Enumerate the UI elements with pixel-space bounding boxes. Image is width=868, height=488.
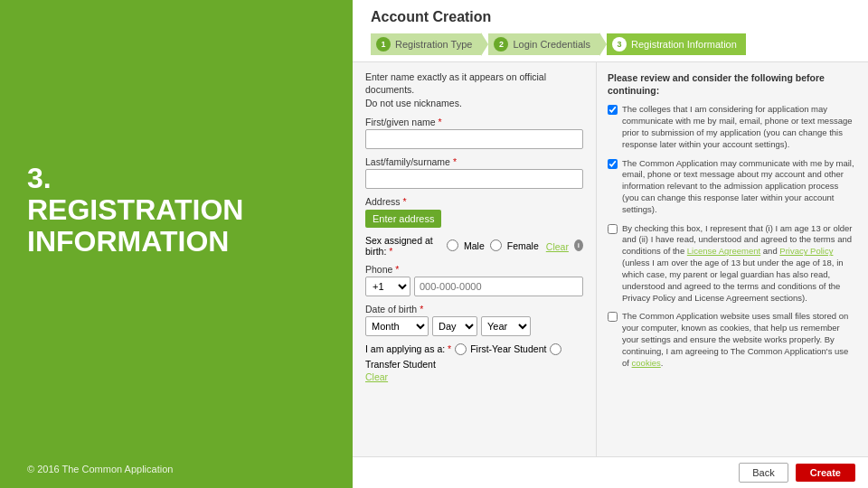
step-2-label: Login Credentials [513, 39, 590, 50]
address-group: Address * Enter address [365, 196, 583, 228]
info-checkbox-1-wrap [608, 105, 618, 150]
applying-row: I am applying as a: * First-Year Student… [365, 343, 583, 370]
phone-group: Phone * +1 [365, 264, 583, 296]
step-3-label: Registration Information [631, 39, 737, 50]
step-number: 3. [27, 162, 52, 194]
last-name-label-text: Last/family/surname [365, 156, 450, 167]
dob-required: * [420, 304, 423, 314]
intro-line2: Do not use nicknames. [365, 98, 583, 110]
phone-input[interactable] [414, 277, 583, 296]
applying-firstyear-label: First-Year Student [470, 343, 546, 354]
privacy-policy-link[interactable]: Privacy Policy [779, 246, 833, 256]
info-checkbox-3[interactable] [608, 224, 618, 234]
info-checkbox-1[interactable] [608, 105, 618, 115]
applying-clear-link[interactable]: Clear [365, 371, 583, 382]
step-title: REGISTRATIONINFORMATION [27, 193, 243, 258]
main-content: Enter name exactly as it appears on offi… [353, 62, 868, 456]
step-2[interactable]: 2 Login Credentials [488, 33, 599, 55]
step-content: 3. REGISTRATIONINFORMATION [27, 18, 326, 464]
info-section: Please review and consider the following… [597, 62, 868, 456]
sex-label: Sex assigned at birth: * [365, 235, 441, 257]
day-select[interactable]: Day [432, 316, 477, 336]
back-button[interactable]: Back [739, 463, 788, 483]
last-name-input[interactable] [365, 169, 583, 189]
info-checkbox-2[interactable] [608, 159, 618, 169]
sex-female-label: Female [507, 240, 539, 251]
phone-label: Phone * [365, 264, 583, 275]
sex-male-radio[interactable] [447, 239, 458, 251]
dob-group: Date of birth * Month Day Year [365, 304, 583, 336]
info-item-4: The Common Application website uses smal… [608, 311, 857, 369]
month-select[interactable]: Month [365, 316, 429, 336]
info-item-1: The colleges that I am considering for a… [608, 104, 857, 150]
applying-label: I am applying as a: * [365, 343, 451, 354]
applying-required: * [448, 343, 451, 354]
right-panel: Account Creation 1 Registration Type 2 L… [353, 0, 868, 488]
info-text-3: By checking this box, I represent that (… [622, 223, 857, 305]
sex-required: * [389, 246, 392, 257]
last-name-required: * [453, 156, 457, 167]
last-name-label: Last/family/surname * [365, 156, 583, 167]
left-footer: © 2016 The Common Application [27, 464, 326, 474]
step-1-label: Registration Type [395, 39, 472, 50]
last-name-group: Last/family/surname * [365, 156, 583, 189]
first-name-group: First/given name * [365, 117, 583, 149]
info-text-1: The colleges that I am considering for a… [622, 104, 857, 150]
info-checkbox-3-wrap [608, 224, 618, 305]
applying-label-text: I am applying as a: [365, 343, 445, 354]
info-text-2: The Common Application may communicate w… [622, 158, 857, 216]
left-panel: 3. REGISTRATIONINFORMATION © 2016 The Co… [0, 0, 353, 488]
form-section: Enter name exactly as it appears on offi… [353, 62, 597, 456]
info-checkbox-4-wrap [608, 312, 618, 369]
first-name-input[interactable] [365, 129, 583, 149]
info-header: Please review and consider the following… [608, 71, 857, 97]
sex-clear-link[interactable]: Clear [546, 241, 569, 252]
sex-label-text: Sex assigned at birth: [365, 235, 433, 257]
cookies-link[interactable]: cookies [632, 358, 661, 368]
info-text-4: The Common Application website uses smal… [622, 311, 857, 369]
sex-female-radio[interactable] [490, 239, 502, 251]
year-select[interactable]: Year [481, 316, 531, 336]
copyright: © 2016 The Common Application [27, 464, 173, 474]
page-title: Account Creation [371, 9, 850, 25]
step-2-number: 2 [494, 37, 508, 52]
date-row: Month Day Year [365, 316, 583, 336]
first-name-label-text: First/given name [365, 117, 436, 127]
sex-group: Sex assigned at birth: * Male Female Cle… [365, 235, 583, 257]
phone-required: * [395, 264, 399, 275]
step-3-number: 3 [612, 37, 627, 52]
info-checkbox-2-wrap [608, 159, 618, 216]
arrow-1 [481, 33, 488, 56]
arrow-2 [599, 33, 607, 56]
applying-transfer-radio[interactable] [550, 343, 561, 355]
step-1[interactable]: 1 Registration Type [371, 33, 481, 55]
footer-bar: Back Create [353, 456, 868, 488]
dob-label-text: Date of birth [365, 304, 417, 314]
license-agreement-link[interactable]: License Agreement [687, 246, 760, 256]
step-1-number: 1 [376, 37, 391, 52]
header: Account Creation 1 Registration Type 2 L… [353, 0, 868, 62]
enter-address-button[interactable]: Enter address [365, 210, 441, 228]
intro-line1: Enter name exactly as it appears on offi… [365, 71, 583, 96]
sex-info-icon[interactable]: i [574, 239, 583, 251]
info-item-3: By checking this box, I represent that (… [608, 223, 857, 305]
create-button[interactable]: Create [796, 464, 855, 482]
first-name-required: * [439, 117, 442, 127]
phone-row: +1 [365, 277, 583, 296]
sex-male-label: Male [464, 240, 485, 251]
applying-firstyear-radio[interactable] [455, 343, 467, 355]
phone-country-select[interactable]: +1 [365, 277, 410, 296]
dob-label: Date of birth * [365, 304, 583, 314]
phone-label-text: Phone [365, 264, 392, 275]
first-name-label: First/given name * [365, 117, 583, 127]
applying-transfer-label: Transfer Student [365, 359, 436, 370]
step-label: 3. REGISTRATIONINFORMATION [27, 163, 243, 258]
address-label-text: Address [365, 196, 401, 207]
progress-bar: 1 Registration Type 2 Login Credentials … [371, 33, 850, 56]
address-required: * [402, 196, 406, 207]
step-3[interactable]: 3 Registration Information [607, 33, 746, 55]
address-label: Address * [365, 196, 583, 207]
applying-group: I am applying as a: * First-Year Student… [365, 343, 583, 382]
info-item-2: The Common Application may communicate w… [608, 158, 857, 216]
info-checkbox-4[interactable] [608, 312, 618, 322]
